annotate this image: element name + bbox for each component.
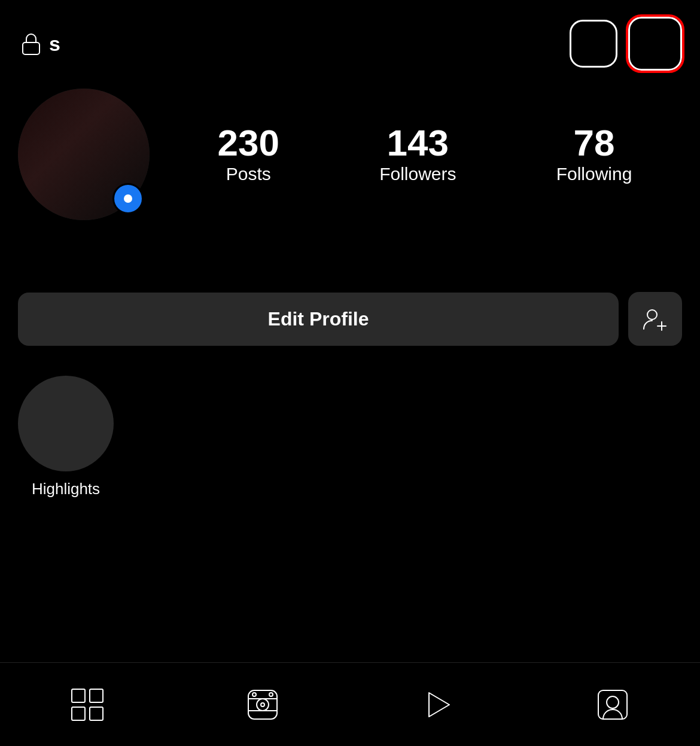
nav-play[interactable]	[413, 681, 461, 729]
add-person-icon	[641, 305, 669, 333]
add-friend-button[interactable]	[628, 292, 682, 346]
stats-container: 230 Posts 143 Followers 78 Following	[168, 124, 682, 184]
grid-icon	[68, 686, 106, 724]
lock-icon	[18, 31, 44, 57]
posts-label: Posts	[226, 164, 271, 184]
action-buttons: Edit Profile	[0, 286, 700, 364]
svg-point-20	[269, 693, 273, 696]
svg-rect-10	[72, 689, 85, 702]
edit-profile-button[interactable]: Edit Profile	[18, 293, 619, 346]
svg-point-7	[647, 310, 657, 319]
svg-point-15	[257, 699, 269, 711]
header: s	[0, 0, 700, 77]
svg-point-16	[261, 703, 264, 707]
svg-rect-12	[72, 707, 85, 720]
svg-point-23	[607, 696, 619, 708]
followers-label: Followers	[379, 164, 456, 184]
posts-stat[interactable]: 230 Posts	[218, 124, 279, 184]
bottom-nav	[0, 662, 700, 746]
svg-rect-0	[23, 42, 39, 54]
nav-grid[interactable]	[63, 681, 111, 729]
highlight-item[interactable]: Highlights	[18, 376, 114, 498]
avatar[interactable]	[18, 89, 150, 220]
highlight-label: Highlights	[32, 480, 100, 498]
play-icon	[418, 686, 456, 724]
blue-dot-inner	[124, 194, 132, 203]
header-left: s	[18, 31, 60, 57]
bio-section	[0, 238, 700, 286]
posts-count: 230	[218, 124, 279, 162]
reels-icon	[244, 686, 282, 724]
svg-marker-21	[429, 693, 449, 717]
followers-stat[interactable]: 143 Followers	[379, 124, 456, 184]
highlights-section: Highlights	[0, 364, 700, 510]
hamburger-icon	[640, 28, 671, 59]
svg-rect-13	[90, 707, 103, 720]
following-label: Following	[556, 164, 632, 184]
story-indicator	[112, 183, 144, 214]
followers-count: 143	[387, 124, 449, 162]
plus-square-icon	[580, 30, 607, 57]
profile-section: 230 Posts 143 Followers 78 Following	[0, 77, 700, 238]
following-count: 78	[574, 124, 615, 162]
tagged-icon	[594, 686, 632, 724]
following-stat[interactable]: 78 Following	[556, 124, 632, 184]
highlight-circle	[18, 376, 114, 471]
nav-tagged[interactable]	[589, 681, 637, 729]
nav-reels[interactable]	[239, 681, 287, 729]
add-post-button[interactable]	[570, 20, 617, 68]
svg-rect-11	[90, 689, 103, 702]
svg-point-19	[252, 693, 256, 696]
username: s	[49, 32, 60, 56]
svg-rect-22	[598, 690, 627, 719]
menu-button[interactable]	[628, 17, 682, 71]
